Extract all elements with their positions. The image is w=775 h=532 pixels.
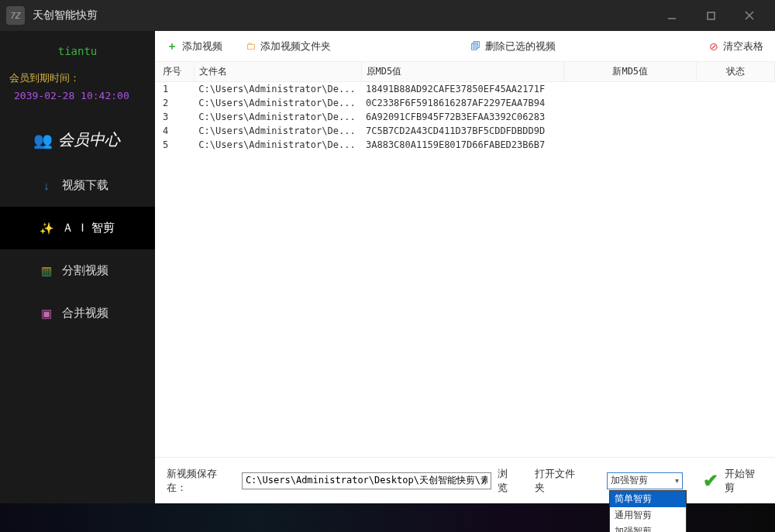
delete-selected-button[interactable]: 🗐 删除已选的视频 <box>470 39 556 53</box>
cell-orig-md5: 7C5B7CD2A43CD411D37BF5CDDFDBDD9D <box>361 124 564 138</box>
minimize-button[interactable] <box>660 4 684 27</box>
save-path-input[interactable] <box>242 472 492 489</box>
member-icon: 👥 <box>35 131 50 149</box>
cell-index: 4 <box>155 124 194 138</box>
sidebar-item-merge[interactable]: ▣ 合并视频 <box>0 292 155 335</box>
membership-expire-time: 2039-02-28 10:42:00 <box>0 85 155 115</box>
cell-new-md5 <box>564 138 697 152</box>
sidebar-item-label: 会员中心 <box>58 129 120 150</box>
dropdown-option[interactable]: 加强智剪 <box>610 523 686 532</box>
cell-index: 2 <box>155 96 194 110</box>
cell-filename: C:\Users\Administrator\De... <box>194 124 361 138</box>
toolbar-label: 添加视频文件夹 <box>260 39 331 53</box>
save-path-label: 新视频保存在： <box>167 467 236 495</box>
cell-index: 1 <box>155 82 194 97</box>
cell-orig-md5: 0C2338F6F5918616287AF2297EAA7B94 <box>361 96 564 110</box>
th-new-md5[interactable]: 新MD5值 <box>564 62 697 82</box>
toolbar-label: 添加视频 <box>182 39 222 53</box>
toolbar-label: 清空表格 <box>723 39 763 53</box>
dropdown-option[interactable]: 简单智剪 <box>610 491 686 507</box>
sidebar-item-download[interactable]: ↓ 视频下载 <box>0 164 155 207</box>
cell-new-md5 <box>564 110 697 124</box>
start-clip-button[interactable]: ✔ 开始智剪 <box>703 467 763 495</box>
video-table: 序号 文件名 原MD5值 新MD5值 状态 1C:\Users\Administ… <box>155 62 775 457</box>
split-icon: ▥ <box>39 264 54 278</box>
th-orig-md5[interactable]: 原MD5值 <box>361 62 564 82</box>
cell-new-md5 <box>564 124 697 138</box>
sidebar-item-label: Ａ Ｉ 智剪 <box>62 221 115 235</box>
sidebar-item-member-center[interactable]: 👥 会员中心 <box>0 115 155 164</box>
chevron-down-icon: ▾ <box>675 476 679 485</box>
th-index[interactable]: 序号 <box>155 62 194 82</box>
cell-orig-md5: 3A883C80A1159E8017D66FABED23B6B7 <box>361 138 564 152</box>
toolbar-label: 删除已选的视频 <box>485 39 556 53</box>
cell-filename: C:\Users\Administrator\De... <box>194 138 361 152</box>
window-title: 天创智能快剪 <box>33 9 660 22</box>
delete-icon: ⊘ <box>709 40 718 53</box>
cell-filename: C:\Users\Administrator\De... <box>194 110 361 124</box>
check-icon: ✔ <box>703 470 718 492</box>
membership-expire-label: 会员到期时间： <box>0 71 155 85</box>
table-row[interactable]: 1C:\Users\Administrator\De...18491B88AD9… <box>155 82 775 97</box>
sidebar-username: tiantu <box>0 39 155 71</box>
browse-button[interactable]: 浏览 <box>498 467 517 495</box>
table-row[interactable]: 2C:\Users\Administrator\De...0C2338F6F59… <box>155 96 775 110</box>
clip-mode-dropdown: 简单智剪通用智剪加强智剪 <box>609 490 687 532</box>
close-button[interactable] <box>738 4 761 27</box>
sidebar-item-split[interactable]: ▥ 分割视频 <box>0 249 155 292</box>
title-bar: 7Z 天创智能快剪 <box>0 0 775 31</box>
open-folder-button[interactable]: 打开文件夹 <box>535 467 584 495</box>
cell-index: 3 <box>155 110 194 124</box>
ai-icon: ✨ <box>39 221 54 235</box>
cell-orig-md5: 18491B88AD92CAFE37850EF45AA2171F <box>361 82 564 97</box>
table-header-row: 序号 文件名 原MD5值 新MD5值 状态 <box>155 62 775 82</box>
svg-rect-1 <box>708 12 715 19</box>
cell-status <box>697 110 775 124</box>
folder-icon: 🗀 <box>246 40 256 52</box>
sidebar-item-label: 视频下载 <box>62 178 108 193</box>
mode-selected-value: 加强智剪 <box>611 474 648 487</box>
start-label: 开始智剪 <box>725 467 763 495</box>
cell-status <box>697 138 775 152</box>
window-controls <box>660 4 769 27</box>
add-video-button[interactable]: ＋ 添加视频 <box>167 39 222 53</box>
sidebar: tiantu 会员到期时间： 2039-02-28 10:42:00 👥 会员中… <box>0 31 155 503</box>
maximize-button[interactable] <box>699 4 722 27</box>
cell-status <box>697 96 775 110</box>
add-folder-button[interactable]: 🗀 添加视频文件夹 <box>246 39 331 53</box>
merge-icon: ▣ <box>39 307 54 321</box>
pages-icon: 🗐 <box>470 40 480 52</box>
cell-status <box>697 82 775 97</box>
dropdown-option[interactable]: 通用智剪 <box>610 507 686 523</box>
cell-filename: C:\Users\Administrator\De... <box>194 96 361 110</box>
cell-new-md5 <box>564 82 697 97</box>
cell-status <box>697 124 775 138</box>
sidebar-item-label: 分割视频 <box>62 263 108 278</box>
cell-index: 5 <box>155 138 194 152</box>
table-row[interactable]: 3C:\Users\Administrator\De...6A92091CFB9… <box>155 110 775 124</box>
th-status[interactable]: 状态 <box>697 62 775 82</box>
clip-mode-select[interactable]: 加强智剪 ▾ <box>607 472 683 489</box>
cell-new-md5 <box>564 96 697 110</box>
sidebar-item-ai-clip[interactable]: ✨ Ａ Ｉ 智剪 <box>0 207 155 249</box>
th-filename[interactable]: 文件名 <box>194 62 361 82</box>
cell-filename: C:\Users\Administrator\De... <box>194 82 361 97</box>
table-row[interactable]: 5C:\Users\Administrator\De...3A883C80A11… <box>155 138 775 152</box>
plus-icon: ＋ <box>167 39 177 53</box>
bottom-bar: 新视频保存在： 浏览 打开文件夹 加强智剪 ▾ ✔ 开始智剪 简单智剪通用智剪加… <box>155 457 775 503</box>
table-row[interactable]: 4C:\Users\Administrator\De...7C5B7CD2A43… <box>155 124 775 138</box>
app-logo-icon: 7Z <box>6 6 25 25</box>
content-pane: ＋ 添加视频 🗀 添加视频文件夹 🗐 删除已选的视频 ⊘ 清空表格 <box>155 31 775 503</box>
cell-orig-md5: 6A92091CFB945F72B3EFAA3392C06283 <box>361 110 564 124</box>
download-icon: ↓ <box>39 179 54 192</box>
sidebar-item-label: 合并视频 <box>62 306 108 321</box>
clear-table-button[interactable]: ⊘ 清空表格 <box>709 39 763 53</box>
toolbar: ＋ 添加视频 🗀 添加视频文件夹 🗐 删除已选的视频 ⊘ 清空表格 <box>155 31 775 62</box>
